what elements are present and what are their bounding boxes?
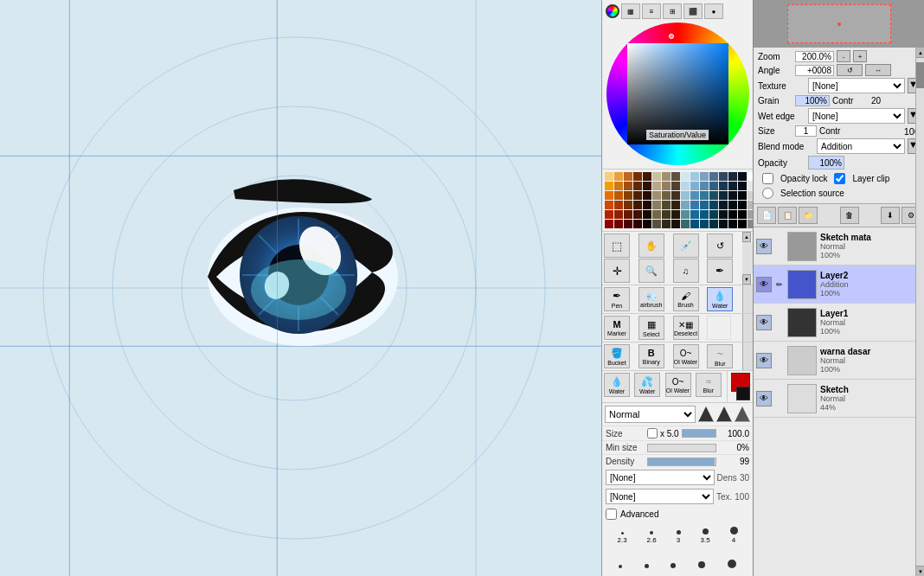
palette-color-cell[interactable] xyxy=(700,182,709,190)
palette-color-cell[interactable] xyxy=(728,191,737,200)
color-extra-mode-btn[interactable]: ● xyxy=(704,3,723,19)
palette-color-cell[interactable] xyxy=(624,172,632,181)
palette-color-cell[interactable] xyxy=(681,201,690,209)
folder-layer-btn[interactable]: 📁 xyxy=(799,207,818,224)
palette-color-cell[interactable] xyxy=(728,182,737,190)
marker-tool-btn[interactable]: M Marker xyxy=(604,316,630,340)
brush-tool-btn[interactable]: 🖌 Brush xyxy=(673,287,699,311)
palette-color-cell[interactable] xyxy=(633,220,642,228)
palette-color-cell[interactable] xyxy=(700,210,709,219)
refresh-btn[interactable]: ↺ xyxy=(707,234,733,258)
palette-color-cell[interactable] xyxy=(614,201,623,209)
density-slider[interactable] xyxy=(647,458,716,466)
brush-dot-1[interactable]: 2.3 xyxy=(617,532,626,544)
palette-color-cell[interactable] xyxy=(652,210,661,219)
palette-color-cell[interactable] xyxy=(719,220,728,228)
layer-lock-sketch-mata[interactable] xyxy=(773,239,786,254)
layer-eye-sketch[interactable]: 👁 xyxy=(756,391,772,406)
palette-color-cell[interactable] xyxy=(700,201,709,209)
layer-lock-layer1[interactable] xyxy=(773,315,786,330)
brush-dot-2[interactable]: 2.6 xyxy=(647,531,657,544)
palette-color-cell[interactable] xyxy=(605,182,613,190)
palette-color-cell[interactable] xyxy=(738,172,747,181)
binary-tool-btn[interactable]: B Binary xyxy=(638,344,664,368)
brush-dot-sm-4[interactable] xyxy=(698,561,705,568)
water3-tool-btn[interactable]: 💦 Water xyxy=(634,373,660,397)
layer-item-layer2[interactable]: 👁 ✏ Layer2 Addition 100% xyxy=(754,266,924,304)
color-grid-mode-btn[interactable]: ▦ xyxy=(621,3,640,19)
palette-color-cell[interactable] xyxy=(681,210,690,219)
brush-dot-sm-3[interactable] xyxy=(671,563,676,568)
palette-color-cell[interactable] xyxy=(614,210,623,219)
palette-color-cell[interactable] xyxy=(671,172,680,181)
palette-color-cell[interactable] xyxy=(681,182,690,190)
palette-color-cell[interactable] xyxy=(662,172,671,181)
brush-dot-sm-2[interactable] xyxy=(645,564,649,568)
zoom-btn[interactable]: 🔍 xyxy=(638,259,664,283)
palette-color-cell[interactable] xyxy=(643,201,651,209)
palette-color-cell[interactable] xyxy=(700,172,709,181)
audio-btn[interactable]: ♫ xyxy=(673,259,699,283)
select-dotted-btn[interactable]: ⬚ xyxy=(604,234,630,258)
layer-eye-layer2[interactable]: 👁 xyxy=(756,277,772,292)
palette-color-cell[interactable] xyxy=(662,210,671,219)
blur2-tool-btn[interactable]: ≈ Blur xyxy=(696,373,722,397)
palette-color-cell[interactable] xyxy=(605,210,613,219)
oilwater2-tool-btn[interactable]: O~ Ol Water xyxy=(665,373,691,397)
palette-color-cell[interactable] xyxy=(719,191,728,200)
dropdown1-select[interactable]: [None] xyxy=(606,470,715,485)
size-slider[interactable] xyxy=(682,429,716,438)
angle-flip-btn[interactable]: ↔ xyxy=(865,64,891,76)
palette-color-cell[interactable] xyxy=(643,182,651,190)
palette-color-cell[interactable] xyxy=(728,210,737,219)
palette-color-cell[interactable] xyxy=(662,220,671,228)
layer-clip-check[interactable] xyxy=(834,173,845,184)
zoom-inc-btn[interactable]: + xyxy=(853,50,867,62)
palette-color-cell[interactable] xyxy=(633,172,642,181)
palette-color-cell[interactable] xyxy=(709,201,718,209)
palette-color-cell[interactable] xyxy=(624,210,632,219)
palette-color-cell[interactable] xyxy=(728,201,737,209)
layers-scroll-thumb[interactable] xyxy=(916,62,924,88)
palette-color-cell[interactable] xyxy=(614,182,623,190)
palette-color-cell[interactable] xyxy=(690,201,699,209)
palette-color-cell[interactable] xyxy=(719,201,728,209)
palette-color-cell[interactable] xyxy=(738,210,747,219)
palette-color-cell[interactable] xyxy=(605,220,613,228)
palette-color-cell[interactable] xyxy=(690,220,699,228)
copy-layer-btn[interactable]: 📋 xyxy=(778,207,797,224)
palette-color-cell[interactable] xyxy=(671,201,680,209)
bucket-tool-btn[interactable]: 🪣 Bucket xyxy=(604,344,630,368)
subtool-scroll-up[interactable]: ▲ xyxy=(742,232,751,242)
color-wheel-mode-btn[interactable] xyxy=(606,4,619,18)
brush-dot-sm-5[interactable] xyxy=(728,560,736,568)
subtool-scrollbar[interactable]: ▲ ▼ xyxy=(742,232,753,285)
brush-shape-1[interactable] xyxy=(698,406,714,422)
layer-lock-layer2[interactable]: ✏ xyxy=(773,277,786,292)
color-wheel-container[interactable]: Saturation/Value xyxy=(606,22,749,165)
minsize-slider[interactable] xyxy=(647,444,716,452)
palette-color-cell[interactable] xyxy=(709,182,718,190)
water2-tool-btn[interactable]: 💧 Water xyxy=(604,373,630,397)
palette-color-cell[interactable] xyxy=(719,172,728,181)
palette-color-cell[interactable] xyxy=(662,201,671,209)
palette-color-cell[interactable] xyxy=(652,201,661,209)
layer-item-sketch[interactable]: 👁 Sketch Normal 44% xyxy=(754,380,924,418)
angle-reset-btn[interactable]: ↺ xyxy=(837,64,863,76)
wet-edge-select[interactable]: [None] xyxy=(808,108,905,124)
palette-color-cell[interactable] xyxy=(709,210,718,219)
palette-color-cell[interactable] xyxy=(719,210,728,219)
brush-dot-4[interactable]: 3.5 xyxy=(700,528,709,544)
palette-color-cell[interactable] xyxy=(633,182,642,190)
palette-color-cell[interactable] xyxy=(624,182,632,190)
palette-color-cell[interactable] xyxy=(738,191,747,200)
palette-color-cell[interactable] xyxy=(605,201,613,209)
pen2-btn[interactable]: ✒ xyxy=(707,259,733,283)
palette-color-cell[interactable] xyxy=(643,210,651,219)
deselect-tool-btn[interactable]: ✕▦ Deselect xyxy=(673,316,699,340)
layer-item-sketch-mata[interactable]: 👁 Sketch mata Normal 100% xyxy=(754,227,924,266)
palette-color-cell[interactable] xyxy=(671,182,680,190)
water-tool-btn[interactable]: 💧 Water xyxy=(707,287,733,311)
layer-lock-sketch[interactable] xyxy=(773,391,786,406)
palette-color-cell[interactable] xyxy=(624,220,632,228)
